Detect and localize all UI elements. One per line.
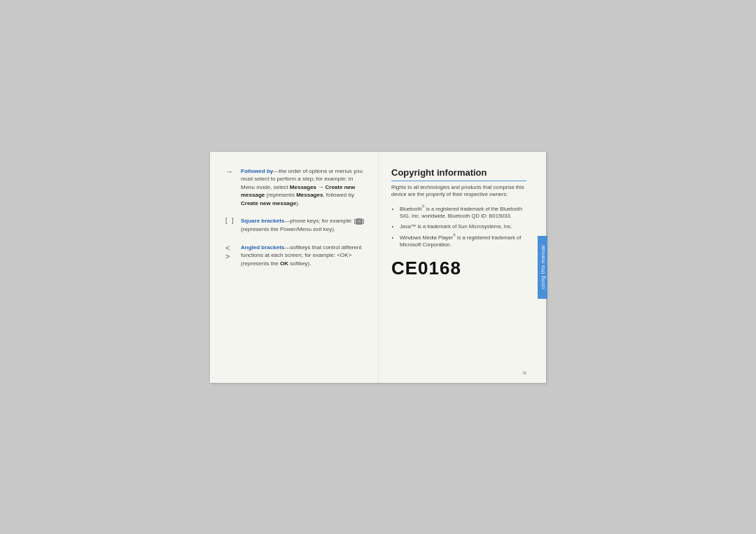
angled-brackets-text: Angled brackets—softkeys that control di… — [241, 244, 365, 268]
page-container: using this manual → Followed by—the orde… — [210, 152, 546, 383]
copyright-intro: Rights to all technologies and products … — [391, 184, 526, 199]
copyright-list: Bluetooth® is a registered trademark of … — [391, 204, 526, 249]
followed-by-entry: → Followed by—the order of options or me… — [225, 167, 365, 208]
bracket-symbol: [ ] — [225, 217, 235, 224]
ce-mark: CE0168 — [391, 258, 526, 279]
left-column: → Followed by—the order of options or me… — [210, 152, 378, 383]
followed-by-text: Followed by—the order of options or menu… — [241, 167, 365, 208]
followed-by-label: Followed by — [241, 168, 273, 174]
copyright-item-bluetooth: Bluetooth® is a registered trademark of … — [400, 204, 526, 220]
side-tab: using this manual — [538, 236, 547, 299]
angled-brackets-entry: < > Angled brackets—softkeys that contro… — [225, 244, 365, 268]
copyright-item-windows: Windows Media Player® is a registered tr… — [400, 233, 526, 249]
angled-brackets-label: Angled brackets — [241, 244, 284, 251]
power-key-icon: ⏎ — [356, 218, 363, 225]
followed-by-create: Create new message — [241, 200, 296, 206]
angle-bracket-symbol: < > — [225, 244, 235, 260]
ce-mark-text: CE0168 — [391, 258, 461, 279]
copyright-item-java: Java™ is a trademark of Sun Microsystems… — [400, 223, 526, 231]
square-brackets-text: Square brackets—phone keys; for example:… — [241, 217, 365, 233]
followed-by-messages: Messages — [296, 192, 323, 198]
square-brackets-label: Square brackets — [241, 218, 284, 224]
arrow-symbol: → — [225, 167, 235, 176]
page-number: iii — [523, 370, 526, 376]
square-brackets-entry: [ ] Square brackets—phone keys; for exam… — [225, 217, 365, 233]
ok-label: OK — [280, 260, 288, 267]
right-column: Copyright information Rights to all tech… — [378, 152, 546, 383]
side-tab-label: using this manual — [540, 245, 545, 289]
copyright-title: Copyright information — [391, 167, 526, 181]
